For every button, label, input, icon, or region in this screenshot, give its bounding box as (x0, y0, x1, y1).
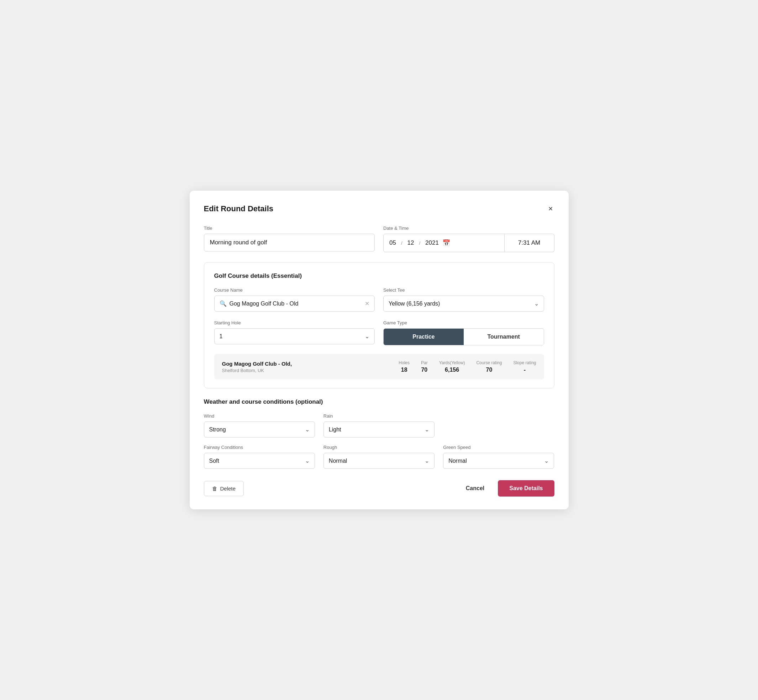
chevron-down-icon: ⌄ (305, 458, 310, 464)
rough-group: Rough Normal ⌄ (324, 445, 434, 469)
par-value: 70 (421, 367, 428, 373)
chevron-down-icon: ⌄ (424, 426, 429, 433)
course-info-name: Gog Magog Golf Club - Old, (222, 361, 348, 367)
title-group: Title (204, 225, 375, 252)
course-name-value: Gog Magog Golf Club - Old (230, 300, 362, 307)
game-type-group: Game Type Practice Tournament (383, 320, 544, 345)
chevron-down-icon: ⌄ (305, 426, 310, 433)
rain-label: Rain (324, 413, 434, 419)
fairway-label: Fairway Conditions (204, 445, 315, 450)
wind-dropdown[interactable]: Strong ⌄ (204, 422, 315, 438)
rain-dropdown[interactable]: Light ⌄ (324, 422, 434, 438)
footer-right: Cancel Save Details (462, 480, 554, 497)
golf-course-section: Golf Course details (Essential) Course N… (204, 262, 554, 388)
chevron-down-icon: ⌄ (365, 333, 370, 340)
fairway-dropdown[interactable]: Soft ⌄ (204, 453, 315, 469)
fairway-rough-green-row: Fairway Conditions Soft ⌄ Rough Normal ⌄… (204, 445, 554, 469)
cancel-button[interactable]: Cancel (462, 481, 488, 496)
date-sep1: / (401, 241, 402, 246)
slope-rating-label: Slope rating (513, 360, 536, 365)
weather-section: Weather and course conditions (optional)… (204, 398, 554, 469)
chevron-down-icon: ⌄ (534, 300, 539, 307)
game-type-label: Game Type (383, 320, 544, 325)
golf-course-section-title: Golf Course details (Essential) (214, 272, 544, 280)
datetime-label: Date & Time (383, 225, 554, 231)
fairway-group: Fairway Conditions Soft ⌄ (204, 445, 315, 469)
modal-header: Edit Round Details × (204, 203, 554, 214)
rain-value: Light (329, 427, 424, 433)
select-tee-value: Yellow (6,156 yards) (388, 300, 534, 307)
date-year: 2021 (425, 239, 439, 247)
date-input[interactable]: 05 / 12 / 2021 📅 (383, 234, 504, 252)
time-value: 7:31 AM (518, 239, 540, 247)
green-speed-dropdown[interactable]: Normal ⌄ (443, 453, 554, 469)
datetime-group: Date & Time 05 / 12 / 2021 📅 7:31 AM (383, 225, 554, 252)
rough-value: Normal (329, 458, 424, 464)
close-button[interactable]: × (547, 203, 554, 214)
practice-toggle-button[interactable]: Practice (384, 329, 464, 345)
rough-dropdown[interactable]: Normal ⌄ (324, 453, 434, 469)
starting-hole-group: Starting Hole 1 ⌄ (214, 320, 375, 345)
course-rating-label: Course rating (476, 360, 502, 365)
tournament-toggle-button[interactable]: Tournament (464, 329, 544, 345)
wind-rain-row: Wind Strong ⌄ Rain Light ⌄ (204, 413, 554, 438)
time-input[interactable]: 7:31 AM (504, 234, 554, 252)
green-speed-label: Green Speed (443, 445, 554, 450)
weather-section-title: Weather and course conditions (optional) (204, 398, 554, 405)
select-tee-group: Select Tee Yellow (6,156 yards) ⌄ (383, 288, 544, 312)
datetime-inputs: 05 / 12 / 2021 📅 7:31 AM (383, 234, 554, 252)
starting-hole-value: 1 (219, 333, 365, 340)
search-icon: 🔍 (219, 300, 227, 307)
course-info-card: Gog Magog Golf Club - Old, Shelford Bott… (214, 354, 544, 380)
slope-rating-value: - (513, 367, 536, 373)
game-type-toggle: Practice Tournament (383, 328, 544, 345)
green-speed-group: Green Speed Normal ⌄ (443, 445, 554, 469)
select-tee-label: Select Tee (383, 288, 544, 293)
course-name-input[interactable]: 🔍 Gog Magog Golf Club - Old ✕ (214, 295, 375, 312)
footer-row: 🗑 Delete Cancel Save Details (204, 480, 554, 497)
par-stat: Par 70 (421, 360, 428, 373)
holes-value: 18 (399, 367, 410, 373)
top-row: Title Date & Time 05 / 12 / 2021 📅 7:31 … (204, 225, 554, 252)
course-rating-stat: Course rating 70 (476, 360, 502, 373)
par-label: Par (421, 360, 428, 365)
clear-icon[interactable]: ✕ (365, 300, 370, 307)
holes-label: Holes (399, 360, 410, 365)
date-month: 05 (389, 239, 396, 247)
edit-round-modal: Edit Round Details × Title Date & Time 0… (190, 191, 568, 509)
wind-label: Wind (204, 413, 315, 419)
yards-stat: Yards(Yellow) 6,156 (439, 360, 465, 373)
date-sep2: / (419, 241, 420, 246)
title-input[interactable] (204, 234, 375, 252)
yards-label: Yards(Yellow) (439, 360, 465, 365)
green-speed-value: Normal (448, 458, 544, 464)
course-info-location: Shelford Bottom, UK (222, 368, 348, 373)
holes-stat: Holes 18 (399, 360, 410, 373)
course-name-tee-row: Course Name 🔍 Gog Magog Golf Club - Old … (214, 288, 544, 312)
chevron-down-icon: ⌄ (424, 458, 429, 464)
rough-label: Rough (324, 445, 434, 450)
slope-rating-stat: Slope rating - (513, 360, 536, 373)
yards-value: 6,156 (439, 367, 465, 373)
starting-hole-label: Starting Hole (214, 320, 375, 325)
course-rating-value: 70 (476, 367, 502, 373)
save-button[interactable]: Save Details (498, 480, 554, 497)
calendar-icon: 📅 (442, 239, 450, 247)
fairway-value: Soft (209, 458, 305, 464)
hole-gametype-row: Starting Hole 1 ⌄ Game Type Practice Tou… (214, 320, 544, 345)
delete-label: Delete (220, 486, 236, 492)
trash-icon: 🗑 (212, 486, 218, 492)
select-tee-dropdown[interactable]: Yellow (6,156 yards) ⌄ (383, 295, 544, 312)
wind-value: Strong (209, 427, 305, 433)
date-day: 12 (407, 239, 414, 247)
delete-button[interactable]: 🗑 Delete (204, 481, 244, 496)
course-name-group: Course Name 🔍 Gog Magog Golf Club - Old … (214, 288, 375, 312)
chevron-down-icon: ⌄ (544, 458, 549, 464)
starting-hole-dropdown[interactable]: 1 ⌄ (214, 328, 375, 344)
title-label: Title (204, 225, 375, 231)
course-info-name-group: Gog Magog Golf Club - Old, Shelford Bott… (222, 361, 348, 373)
wind-group: Wind Strong ⌄ (204, 413, 315, 438)
course-name-label: Course Name (214, 288, 375, 293)
modal-title: Edit Round Details (204, 204, 274, 213)
rain-group: Rain Light ⌄ (324, 413, 434, 438)
